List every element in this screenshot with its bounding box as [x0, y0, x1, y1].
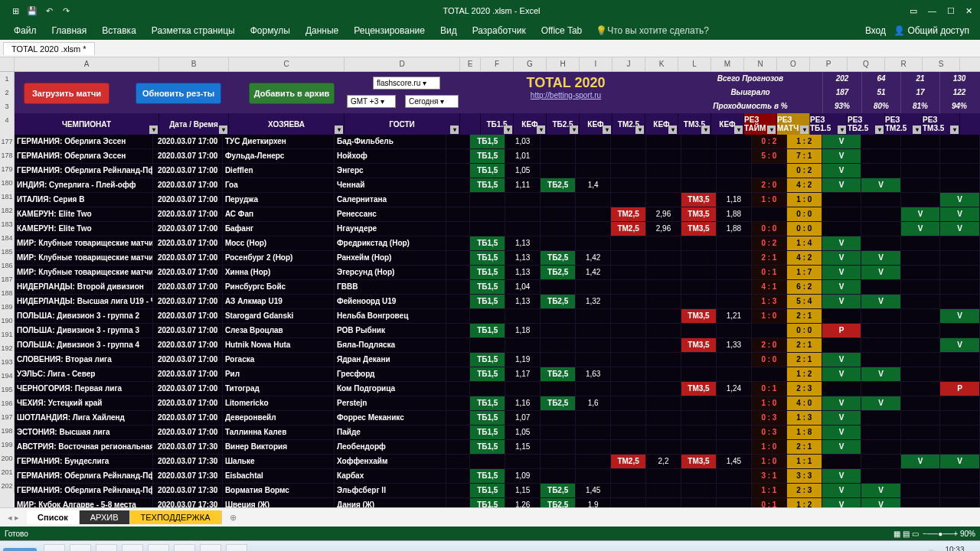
- row-header[interactable]: 197: [0, 410, 15, 424]
- table-row[interactable]: КАМЕРУН: Elite Two2020.03.07 17:00АС Фап…: [15, 207, 980, 222]
- col-header[interactable]: N: [744, 57, 777, 71]
- new-sheet-icon[interactable]: ⊕: [222, 513, 244, 523]
- workbook-tab[interactable]: TOTAL 2020 .xlsm *: [3, 42, 95, 55]
- share-button[interactable]: 👤 Общий доступ: [893, 25, 969, 36]
- col-header[interactable]: P: [810, 57, 848, 71]
- source-dropdown[interactable]: flashscore.ru ▾: [373, 77, 440, 90]
- table-row[interactable]: ЧЕХИЯ: Устецкий край2020.03.07 17:00Lito…: [15, 396, 980, 411]
- table-row[interactable]: МИР: Клубные товарищеские матчи2020.03.0…: [15, 236, 980, 251]
- col-header[interactable]: B: [159, 57, 229, 71]
- sheet-tab-archive[interactable]: АРХИВ: [80, 510, 130, 524]
- row-header[interactable]: 177: [0, 135, 15, 148]
- table-row[interactable]: ИНДИЯ: Суперлига - Плей-офф2020.03.07 17…: [15, 178, 980, 193]
- row-header[interactable]: 202: [0, 479, 15, 493]
- row-header[interactable]: 199: [0, 438, 15, 452]
- table-row[interactable]: ПОЛЬША: Дивизион 3 - группа 42020.03.07 …: [15, 338, 980, 353]
- filter-icon[interactable]: ▾: [537, 126, 545, 134]
- table-row[interactable]: ГЕРМАНИЯ: Оберлига Рейнланд-Пфал2020.03.…: [15, 484, 980, 498]
- filter-icon[interactable]: ▾: [504, 126, 512, 134]
- row-header[interactable]: 179: [0, 162, 15, 176]
- timezone-dropdown[interactable]: GMT +3 ▾: [347, 95, 396, 108]
- col-header[interactable]: F: [481, 57, 514, 71]
- row-header[interactable]: 193: [0, 355, 15, 369]
- row-header[interactable]: 189: [0, 300, 15, 314]
- file-tab[interactable]: Файл: [6, 25, 44, 36]
- table-row[interactable]: ПОЛЬША: Дивизион 3 - группа 22020.03.07 …: [15, 309, 980, 324]
- table-row[interactable]: НИДЕРЛАНДЫ: Второй дивизион2020.03.07 17…: [15, 280, 980, 295]
- row-header[interactable]: 187: [0, 272, 15, 286]
- ie-icon[interactable]: e: [44, 544, 65, 552]
- col-header[interactable]: O: [777, 57, 810, 71]
- col-header[interactable]: K: [645, 57, 678, 71]
- row-header[interactable]: 201: [0, 465, 15, 479]
- col-header[interactable]: E: [460, 57, 481, 71]
- table-row[interactable]: ЧЕРНОГОРИЯ: Первая лига2020.03.07 17:00Т…: [15, 382, 980, 396]
- maximize-icon[interactable]: ☐: [947, 6, 955, 16]
- table-row[interactable]: ГЕРМАНИЯ: Оберлига Эссен2020.03.07 17:00…: [15, 135, 980, 149]
- load-matches-button[interactable]: Загрузить матчи: [24, 83, 109, 104]
- filter-icon[interactable]: ▾: [219, 126, 227, 134]
- ribbon-tab[interactable]: Office Tab: [534, 25, 590, 36]
- row-header[interactable]: 183: [0, 217, 15, 231]
- signin-link[interactable]: Вход: [865, 25, 886, 36]
- filter-icon[interactable]: ▾: [838, 126, 846, 134]
- row-header[interactable]: 186: [0, 259, 15, 272]
- col-header[interactable]: H: [547, 57, 580, 71]
- row-header[interactable]: 188: [0, 286, 15, 300]
- table-row[interactable]: КАМЕРУН: Elite Two2020.03.07 17:00Бафанг…: [15, 222, 980, 236]
- zoom-in-icon[interactable]: +: [953, 530, 958, 538]
- table-row[interactable]: УЭЛЬС: Лига - Север2020.03.07 17:00РилГр…: [15, 367, 980, 382]
- table-row[interactable]: ЭСТОНИЯ: Высшая лига2020.03.07 17:00Талл…: [15, 425, 980, 440]
- row-header[interactable]: 4: [0, 113, 15, 135]
- filter-icon[interactable]: ▾: [800, 126, 808, 134]
- filter-icon[interactable]: ▾: [335, 126, 343, 134]
- clock[interactable]: 10:3311.04.2020: [936, 546, 977, 552]
- opera-icon[interactable]: O: [70, 544, 91, 552]
- table-row[interactable]: ПОЛЬША: Дивизион 3 - группа 32020.03.07 …: [15, 324, 980, 338]
- filter-icon[interactable]: ▾: [734, 126, 743, 134]
- add-archive-button[interactable]: Добавить в архив: [249, 83, 335, 104]
- zoom-out-icon[interactable]: −: [923, 530, 927, 538]
- col-header[interactable]: S: [923, 57, 960, 71]
- row-header[interactable]: 178: [0, 148, 15, 162]
- col-header[interactable]: A: [15, 57, 159, 71]
- table-row[interactable]: МИР: Клубные товарищеские матчи2020.03.0…: [15, 266, 980, 280]
- redo-icon[interactable]: ↷: [60, 6, 72, 16]
- row-header[interactable]: 184: [0, 231, 15, 245]
- col-header[interactable]: I: [580, 57, 612, 71]
- close-icon[interactable]: ✕: [965, 6, 972, 16]
- table-row[interactable]: ГЕРМАНИЯ: Оберлига Эссен2020.03.07 17:00…: [15, 149, 980, 164]
- minimize-icon[interactable]: ―: [928, 6, 936, 16]
- row-header[interactable]: 194: [0, 369, 15, 383]
- filter-icon[interactable]: ▾: [668, 126, 677, 134]
- ribbon-tab[interactable]: Формулы: [243, 25, 298, 36]
- zoom-level[interactable]: 90%: [960, 530, 975, 538]
- col-header[interactable]: L: [678, 57, 711, 71]
- row-header[interactable]: 191: [0, 328, 15, 341]
- row-header[interactable]: 181: [0, 190, 15, 204]
- table-row[interactable]: ГЕРМАНИЯ: Оберлига Рейнланд-Пфал2020.03.…: [15, 164, 980, 178]
- ribbon-tab[interactable]: Разметка страницы: [144, 25, 243, 36]
- filter-icon[interactable]: ▾: [450, 126, 459, 134]
- sheet-nav[interactable]: ◂ ▸: [0, 513, 27, 523]
- save-icon[interactable]: 💾: [26, 6, 38, 16]
- row-header[interactable]: 185: [0, 245, 15, 259]
- tell-me-search[interactable]: 💡 Что вы хотите сделать?: [596, 25, 709, 36]
- row-header[interactable]: 200: [0, 452, 15, 465]
- col-header[interactable]: C: [229, 57, 345, 71]
- filter-icon[interactable]: ▾: [635, 126, 644, 134]
- sheet-tab-list[interactable]: Список: [27, 510, 80, 524]
- view-layout-icon[interactable]: ▤: [903, 530, 910, 538]
- row-header[interactable]: 123: [0, 72, 15, 113]
- filter-icon[interactable]: ▾: [767, 126, 776, 134]
- ribbon-tab[interactable]: Данные: [298, 25, 346, 36]
- filter-icon[interactable]: ▾: [875, 126, 884, 134]
- filter-icon[interactable]: ▾: [913, 126, 921, 134]
- undo-icon[interactable]: ↶: [43, 6, 55, 16]
- brand-link[interactable]: http://betting-sport.ru: [489, 91, 642, 99]
- row-header[interactable]: 192: [0, 341, 15, 355]
- col-header[interactable]: D: [345, 57, 460, 71]
- row-header[interactable]: 180: [0, 176, 15, 190]
- ribbon-tab[interactable]: Разработчик: [465, 25, 534, 36]
- col-header[interactable]: J: [612, 57, 645, 71]
